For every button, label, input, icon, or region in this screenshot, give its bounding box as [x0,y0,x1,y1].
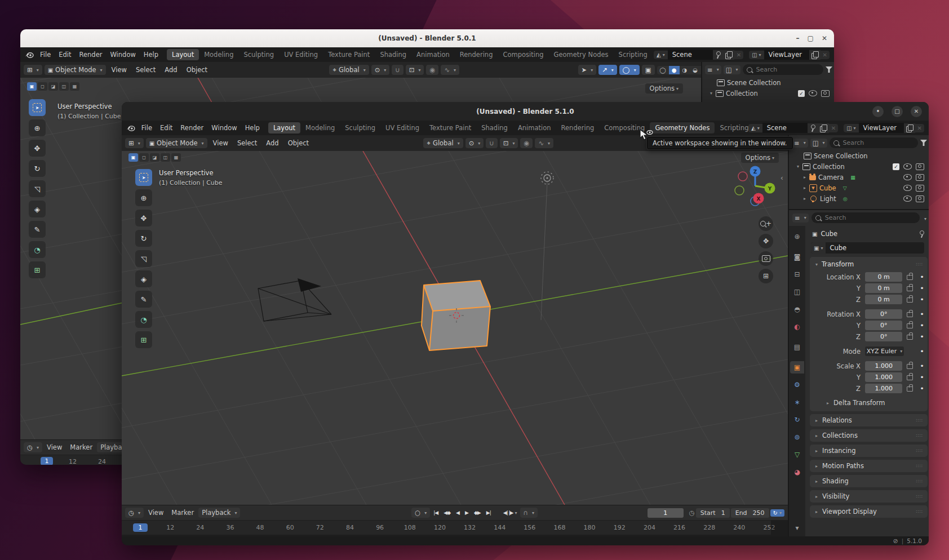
scale-y-input[interactable]: 1.000 [865,372,902,382]
panel-grip-icon[interactable]: ∷∷ [916,262,923,267]
editor-type-icon[interactable]: ⊞ [125,138,144,148]
maximize-icon[interactable]: □ [892,106,903,117]
menu-add[interactable]: Add [161,65,180,75]
select-mode-extend-icon[interactable]: ◻ [139,153,149,162]
lock-icon[interactable] [907,375,913,380]
menu-view[interactable]: View [108,65,130,75]
collection-checkbox[interactable]: ✓ [893,163,899,170]
window-blender-5-1-0[interactable]: (Unsaved) - Blender 5.1.0 • □ ✕ File Edi… [122,102,929,545]
tab-texture-paint[interactable]: Texture Paint [424,122,476,134]
tab-scripting[interactable]: Scripting [715,122,748,134]
menu-object[interactable]: Object [183,65,211,75]
timeline-menu-view[interactable]: View [145,508,167,518]
next-keyframe-icon[interactable]: ◆▶ [472,509,483,516]
tab-material[interactable]: ◕ [790,466,804,478]
menu-window[interactable]: Window [207,123,241,133]
autokey-icon[interactable]: ○ [411,508,430,518]
filter-funnel-icon[interactable] [920,140,927,146]
tab-sculpting[interactable]: Sculpting [340,122,380,134]
close-icon[interactable]: ✕ [911,106,922,117]
tool-move[interactable]: ✥ [29,140,46,157]
tab-geometry-nodes[interactable]: Geometry Nodes [549,49,614,60]
properties-search[interactable] [811,212,920,223]
jump-to-end-icon[interactable]: ▶| [484,509,493,516]
tool-measure[interactable]: ◔ [135,311,152,328]
tabs-overflow-icon[interactable]: ▾ [790,522,804,534]
tab-sculpting[interactable]: Sculpting [238,49,279,60]
view-layer-icon[interactable]: ◫ [844,124,858,132]
select-mode-invert-icon[interactable]: ◫ [161,153,170,162]
menu-help[interactable]: Help [241,123,264,133]
select-mode-subtract-icon[interactable]: ◪ [48,82,58,91]
play-reverse-icon[interactable]: ◀ [454,509,462,516]
properties-options-icon[interactable] [923,214,926,222]
new-scene-icon[interactable] [723,50,734,60]
tool-select-box[interactable]: ➤ [29,99,46,116]
panel-viewport-display[interactable]: ▸Viewport Display∷∷ [810,505,928,518]
shading-rendered-icon[interactable]: ◒ [690,66,700,74]
outliner-row-scene-collection[interactable]: Scene Collection [789,150,929,161]
snap-target-dropdown[interactable]: ⊡ [500,138,518,148]
tab-uv-editing[interactable]: UV Editing [380,122,424,134]
outliner-display-mode-icon[interactable]: ≡ [705,65,721,74]
new-scene-icon[interactable] [818,123,829,133]
snap-magnet-icon[interactable]: ∪ [486,138,497,148]
jump-to-start-icon[interactable]: |◀ [431,509,440,516]
pin-icon[interactable] [808,123,818,133]
tab-compositing[interactable]: Compositing [498,49,548,60]
rotation-z-input[interactable]: 0° [865,332,902,341]
timeline-menu-view[interactable]: View [43,442,65,452]
tab-render[interactable]: ◙ [790,251,804,263]
menu-file[interactable]: File [138,123,156,133]
lock-icon[interactable] [907,297,913,303]
pin-icon[interactable] [919,230,924,238]
editor-type-icon[interactable]: ◷ [125,508,144,518]
tab-output[interactable]: ⊟ [790,268,804,281]
timeline-frames[interactable]: 1 12 24 36 48 60 72 84 96 108 120 132 14… [122,520,788,535]
select-mode-extend-icon[interactable]: ◻ [38,82,47,91]
titlebar[interactable]: (Unsaved) - Blender 5.0.1 – ▢ ✕ [20,29,834,48]
panel-motion-paths[interactable]: ▸Motion Paths∷∷ [810,460,928,472]
options-dropdown[interactable]: Options [645,83,683,94]
snap-target-dropdown[interactable]: ⊡ [406,65,424,75]
select-mode-intersect-icon[interactable]: ▦ [171,153,181,162]
tool-rotate[interactable]: ↻ [135,230,152,247]
outliner-row-light[interactable]: ▸ Light ◎ [789,193,929,204]
hide-eye-icon[interactable] [809,90,817,96]
lock-icon[interactable] [907,275,913,280]
frame-range-start[interactable]: Start1 [696,508,730,518]
pan-hand-icon[interactable]: ✥ [759,234,773,248]
view-layer-selector[interactable]: ◫ ViewLayer ✕ [749,50,830,60]
maximize-icon[interactable]: ▢ [808,35,814,42]
navigation-gizmo[interactable]: Z Y X [735,166,775,206]
scene-icon[interactable]: ◭ [654,51,668,59]
menu-render[interactable]: Render [176,123,207,133]
tab-view-layer[interactable]: ◫ [790,286,804,298]
tab-object[interactable]: ▣ [790,361,804,374]
tool-measure[interactable]: ◔ [29,241,46,258]
tab-uv-editing[interactable]: UV Editing [279,49,323,60]
properties-icon[interactable]: ≡ [792,214,809,223]
outliner-row-scene-collection[interactable]: Scene Collection [702,77,834,88]
cube-object[interactable] [422,281,490,350]
options-dropdown[interactable]: Options [741,153,779,163]
tool-transform[interactable]: ◈ [135,270,152,287]
hide-eye-icon[interactable] [903,163,912,170]
frame-step-icons[interactable]: ◀| |▶ [501,509,519,516]
shading-solid-icon[interactable]: ● [669,66,680,74]
location-z-input[interactable]: 0 m [865,295,902,304]
panel-expand-icon[interactable]: ▾ [814,262,819,267]
panel-collections[interactable]: ▸Collections∷∷ [810,429,928,442]
xray-toggle-icon[interactable]: ▣ [642,65,655,75]
hide-eye-icon[interactable] [903,174,912,180]
tab-layout[interactable]: Layout [268,122,300,134]
outliner-filter-icon[interactable]: ◫ [724,65,740,74]
outliner-display-mode-icon[interactable]: ≡ [792,139,808,148]
outliner-search[interactable] [743,64,823,75]
tool-add-cube[interactable]: ⊞ [135,331,152,348]
prev-keyframe-icon[interactable]: ◀◆ [441,509,453,516]
select-mode-intersect-icon[interactable]: ▦ [70,82,79,91]
tool-scale[interactable]: ◹ [29,180,46,197]
zoom-icon[interactable]: + [759,216,773,231]
proportional-falloff-dropdown[interactable]: ∿ [535,138,553,148]
